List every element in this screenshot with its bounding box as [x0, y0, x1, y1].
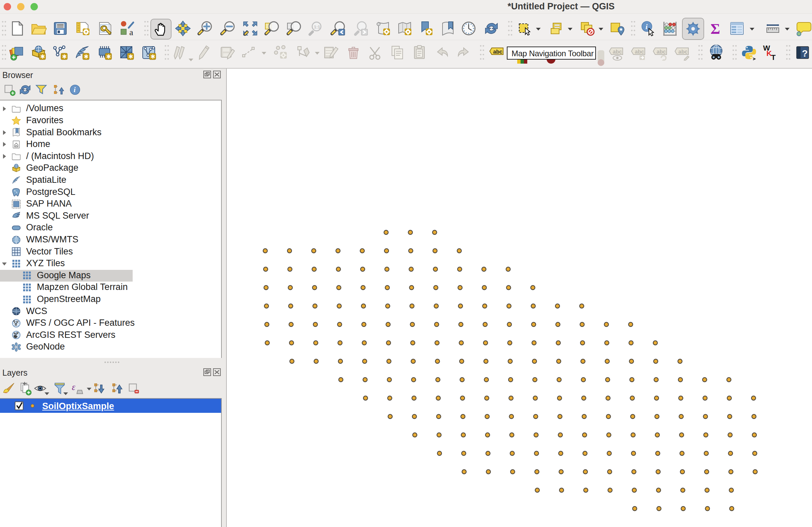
- svg-text:T: T: [771, 53, 776, 61]
- svg-text:i: i: [74, 86, 76, 93]
- svg-text:✱: ✱: [62, 54, 67, 60]
- svg-text:✱: ✱: [40, 54, 45, 60]
- svg-text:abc: abc: [635, 49, 644, 55]
- svg-text:abc: abc: [613, 49, 622, 55]
- svg-text:i: i: [646, 23, 648, 31]
- svg-text:ε: ε: [72, 382, 76, 392]
- svg-text:abc: abc: [493, 49, 503, 55]
- svg-text:1:1: 1:1: [314, 25, 320, 29]
- svg-text:a: a: [129, 27, 133, 36]
- svg-text:✱: ✱: [150, 54, 155, 60]
- svg-text:?: ?: [802, 48, 808, 59]
- svg-text:Σ: Σ: [710, 21, 720, 36]
- svg-text:✱: ✱: [84, 54, 88, 60]
- svg-text:✱: ✱: [128, 54, 133, 60]
- svg-text:abc: abc: [656, 49, 666, 55]
- svg-text:abc: abc: [678, 49, 688, 55]
- svg-text:✱: ✱: [106, 54, 111, 60]
